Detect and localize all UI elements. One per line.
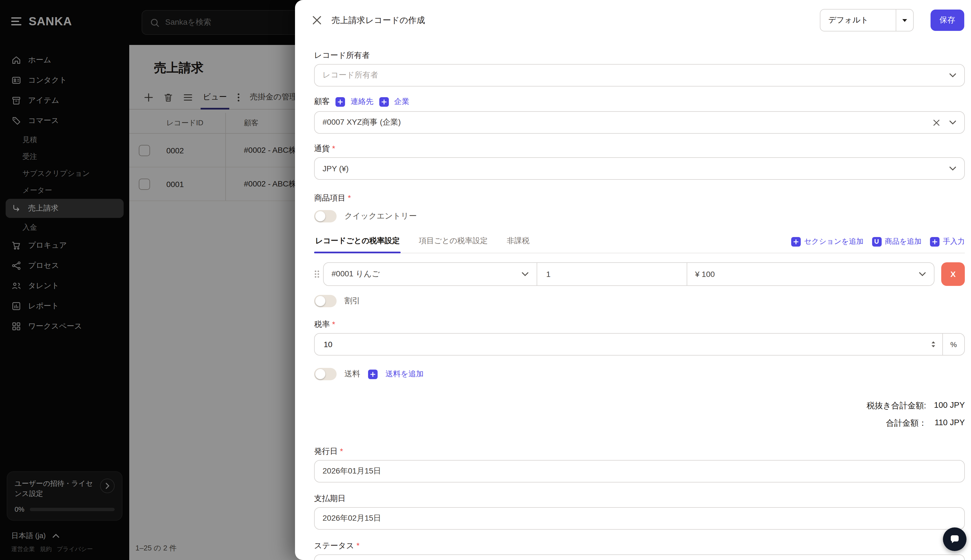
product-select[interactable]: #0001 りんご [323,262,537,286]
due-date-label: 支払期日 [314,494,345,503]
status-label: ステータス [314,541,354,550]
quantity-field [537,262,687,286]
close-icon[interactable] [312,15,322,25]
shipping-label: 送料 [344,369,360,379]
required-mark: * [348,193,351,202]
required-mark: * [340,447,343,455]
issue-date-value: 2026年01月15日 [322,466,381,476]
product-picker-icon [872,237,881,246]
chevron-down-icon [949,120,956,125]
items-label: 商品項目 [314,193,345,202]
issue-date-input[interactable]: 2026年01月15日 [314,460,965,482]
create-invoice-drawer: 売上請求レコードの作成 デフォルト 保存 レコード所有者 レコード所有者 [295,0,971,560]
owner-label: レコード所有者 [314,50,370,60]
tab-record-tax[interactable]: レコードごとの税率設定 [314,230,401,253]
status-select[interactable] [314,554,965,560]
currency-select[interactable]: JPY (¥) [314,157,965,180]
required-mark: * [332,144,335,153]
price-select-value: ¥ 100 [695,270,715,278]
total-value: 110 JPY [935,418,965,428]
percent-unit: % [943,333,965,355]
chat-launcher-button[interactable] [943,527,966,551]
manual-entry-icon [930,237,939,246]
quantity-input[interactable] [545,269,679,279]
tax-rate-input[interactable] [322,339,920,349]
owner-placeholder: レコード所有者 [322,70,378,80]
tax-rate-label: 税率 [314,320,330,328]
add-contact-icon[interactable] [335,97,345,107]
product-select-value: #0001 りんご [332,269,380,279]
totals-summary: 税抜き合計金額: 100 JPY 合計金額： 110 JPY [314,400,965,428]
add-shipping-link[interactable]: 送料を追加 [385,369,424,379]
add-shipping-icon[interactable] [368,369,378,379]
add-contact-link[interactable]: 連絡先 [350,97,374,107]
template-select-value: デフォルト [821,10,896,31]
discount-label: 割引 [344,296,360,306]
tab-item-tax[interactable]: 項目ごとの税率設定 [418,230,489,253]
tax-rate-field [314,333,943,355]
shipping-toggle[interactable] [314,368,337,380]
add-product-button[interactable]: 商品を追加 [872,237,921,247]
chevron-down-icon [949,73,956,78]
price-select[interactable]: ¥ 100 [687,262,934,286]
discount-toggle[interactable] [314,295,337,307]
invoice-form: レコード所有者 レコード所有者 顧客 連絡先 [295,40,971,560]
customer-label: 顧客 [314,97,330,107]
line-item-row: #0001 りんご ¥ 100 X [314,262,965,286]
customer-select[interactable]: #0007 XYZ商事 (企業) [314,111,965,134]
chevron-down-icon [949,166,956,171]
drawer-header: 売上請求レコードの作成 デフォルト 保存 [295,0,971,40]
due-date-input[interactable]: 2026年02月15日 [314,507,965,530]
total-label: 合計金額： [886,418,927,428]
drawer-title: 売上請求レコードの作成 [332,15,425,25]
save-button[interactable]: 保存 [931,10,964,31]
template-select[interactable]: デフォルト [820,9,914,32]
add-company-icon[interactable] [379,97,389,107]
subtotal-value: 100 JPY [934,400,965,411]
caret-down-icon[interactable] [896,10,913,31]
quick-entry-label: クイックエントリー [344,211,417,221]
clear-icon[interactable] [933,119,940,126]
required-mark: * [332,320,335,328]
number-stepper-icon[interactable] [931,341,936,348]
quick-entry-toggle[interactable] [314,210,337,222]
owner-select[interactable]: レコード所有者 [314,64,965,87]
add-company-link[interactable]: 企業 [394,97,409,107]
app-window: SANKA ホーム コンタクト アイテム コマース 見積 [0,0,971,560]
subtotal-label: 税抜き合計金額: [867,400,926,411]
manual-entry-button[interactable]: 手入力 [930,237,965,247]
drag-handle-icon[interactable] [314,270,323,278]
add-section-button[interactable]: セクションを追加 [791,237,864,247]
chevron-down-icon [919,272,926,277]
tab-tax-exempt[interactable]: 非課税 [506,230,531,253]
remove-line-item-button[interactable]: X [941,262,965,286]
currency-select-value: JPY (¥) [322,164,349,173]
tax-mode-tabs: レコードごとの税率設定 項目ごとの税率設定 非課税 セクションを追加 商 [314,230,965,253]
required-mark: * [357,541,360,550]
customer-select-value: #0007 XYZ商事 (企業) [322,117,401,128]
issue-date-label: 発行日 [314,447,338,455]
chevron-down-icon [521,272,529,277]
currency-label: 通貨 [314,144,330,153]
chat-icon [949,533,960,545]
due-date-value: 2026年02月15日 [322,513,381,523]
add-section-icon [791,237,801,246]
